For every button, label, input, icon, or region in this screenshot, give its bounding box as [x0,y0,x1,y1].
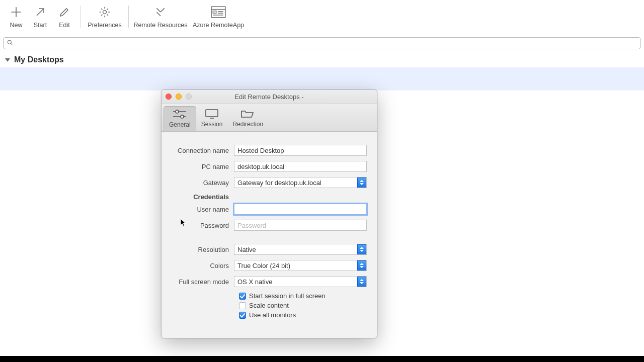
gear-icon [97,5,112,20]
dialog-tabs: General Session Redirection [162,104,377,132]
monitor-icon [204,108,220,119]
start-fullscreen-label: Start session in full screen [249,292,326,300]
preferences-label: Preferences [88,22,121,29]
section-header[interactable]: My Desktops [0,52,644,67]
scale-content-label: Scale content [249,302,289,309]
search-input[interactable] [16,39,637,48]
gateway-label: Gateway [172,179,234,187]
pc-name-field[interactable] [234,161,367,172]
start-button[interactable]: Start [28,3,52,29]
dock-bar [0,356,644,362]
tab-session-label: Session [201,121,223,128]
edit-label: Edit [59,22,70,29]
remote-resources-label: Remote Resources [134,22,188,29]
updown-arrows-icon [357,177,366,188]
pc-name-label: PC name [172,163,234,170]
checkbox-icon [239,293,246,300]
tab-general[interactable]: General [164,106,196,131]
minimize-icon[interactable] [176,94,182,100]
new-button[interactable]: New [4,3,28,29]
new-label: New [10,22,22,29]
toolbar-separator [80,6,81,28]
resolution-value: Native [237,246,256,253]
dialog-body: Connection name PC name Gateway Gateway … [162,132,377,338]
password-label: Password [172,222,234,229]
svg-rect-3 [213,11,216,13]
connection-name-field[interactable] [234,145,367,156]
colors-select[interactable]: True Color (24 bit) [234,260,367,271]
fullscreen-mode-label: Full screen mode [172,278,234,286]
svg-rect-13 [206,110,218,117]
svg-point-7 [8,40,11,44]
user-name-field[interactable] [234,204,367,215]
colors-value: True Color (24 bit) [237,262,290,269]
selected-row[interactable] [0,67,644,90]
preferences-button[interactable]: Preferences [85,3,124,29]
section-title: My Desktops [14,55,64,64]
toolbar-separator [128,6,129,28]
folder-open-icon [240,108,256,119]
svg-point-0 [103,11,107,14]
azure-remoteapp-icon [211,5,226,20]
use-all-monitors-label: Use all monitors [249,311,296,319]
arrow-up-right-icon [33,5,48,20]
resolution-select[interactable]: Native [234,244,367,255]
pencil-icon [57,5,72,20]
svg-point-10 [176,110,179,113]
svg-point-12 [181,115,184,118]
remote-resources-icon [153,5,168,20]
scale-content-checkbox[interactable]: Scale content [239,302,367,309]
colors-label: Colors [172,262,234,269]
start-label: Start [34,22,47,29]
checkbox-icon [239,302,246,309]
svg-rect-1 [211,7,225,17]
credentials-label: Credentials [172,193,234,201]
updown-arrows-icon [357,277,366,287]
plus-icon [9,5,24,20]
gateway-value: Gateway for desktop.uk.local [237,179,321,187]
updown-arrows-icon [357,260,366,270]
updown-arrows-icon [357,244,366,254]
search-bar[interactable] [3,37,641,49]
edit-dialog: Edit Remote Desktops - General Session R… [161,89,377,338]
tab-general-label: General [169,121,191,128]
main-toolbar: New Start Edit Preferences Remote Resour… [0,0,644,34]
password-field[interactable] [234,220,367,231]
disclosure-triangle-icon[interactable] [5,58,10,62]
resolution-label: Resolution [172,246,234,253]
close-icon[interactable] [166,94,172,100]
tab-redirection-label: Redirection [232,121,263,128]
dialog-titlebar[interactable]: Edit Remote Desktops - [162,90,377,104]
sliders-icon [172,109,188,120]
dialog-title: Edit Remote Desktops - [234,93,303,101]
fullscreen-mode-value: OS X native [237,278,272,286]
azure-remoteapp-button[interactable]: Azure RemoteApp [188,3,249,29]
checkbox-icon [239,312,246,319]
remote-resources-button[interactable]: Remote Resources [133,3,188,29]
tab-redirection[interactable]: Redirection [227,106,268,131]
connection-name-label: Connection name [172,147,234,154]
edit-button[interactable]: Edit [52,3,76,29]
use-all-monitors-checkbox[interactable]: Use all monitors [239,311,367,319]
tab-session[interactable]: Session [196,106,228,131]
search-icon [7,39,14,48]
svg-line-8 [11,43,13,45]
gateway-select[interactable]: Gateway for desktop.uk.local [234,177,367,188]
user-name-label: User name [172,206,234,213]
start-fullscreen-checkbox[interactable]: Start session in full screen [239,292,367,300]
azure-remoteapp-label: Azure RemoteApp [193,22,244,29]
window-controls [166,94,192,100]
checkbox-group: Start session in full screen Scale conte… [172,292,367,319]
zoom-icon[interactable] [186,94,192,100]
fullscreen-mode-select[interactable]: OS X native [234,276,367,287]
